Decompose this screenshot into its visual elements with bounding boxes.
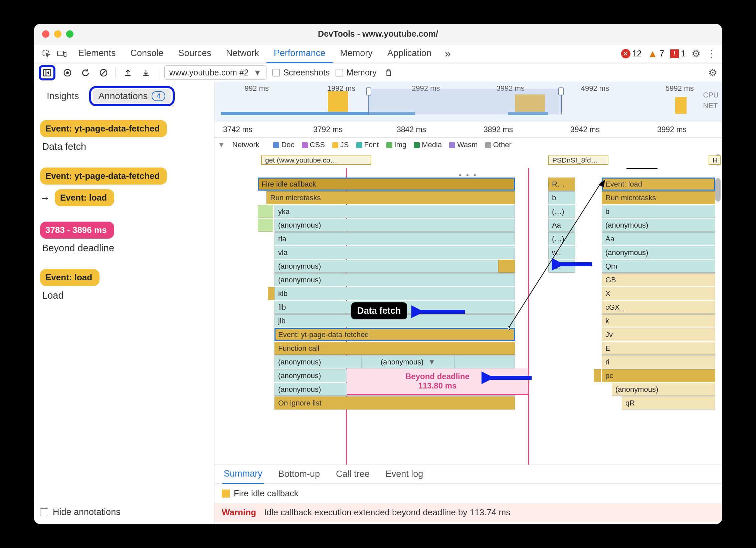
reload-button[interactable] xyxy=(79,67,91,79)
annotation-link[interactable]: →Event: load xyxy=(40,189,208,206)
flame-row: Fire idle callbackR…Event: load xyxy=(214,178,722,191)
flame-bar[interactable]: cGX_ xyxy=(602,301,715,314)
flame-bar[interactable]: GB xyxy=(602,273,715,286)
annotation-chip: Event: yt-page-data-fetched xyxy=(40,168,167,185)
screenshots-checkbox[interactable]: Screenshots xyxy=(272,68,330,77)
flame-bar[interactable]: On ignore list xyxy=(274,396,515,409)
settings-icon[interactable]: ⚙ xyxy=(692,48,701,59)
flame-bar[interactable]: vla xyxy=(274,246,515,259)
gc-icon[interactable] xyxy=(383,67,395,79)
annotation-item[interactable]: Event: loadLoad xyxy=(40,269,208,301)
flame-bar[interactable]: Run microtasks xyxy=(266,191,515,204)
overview-handle-left[interactable] xyxy=(366,87,371,95)
flame-bar[interactable]: yka xyxy=(274,205,515,218)
flame-bar[interactable]: k xyxy=(602,314,715,327)
devtools-window: DevTools - www.youtube.com/ ElementsCons… xyxy=(34,24,722,524)
flame-bar[interactable]: (anonymous) xyxy=(274,273,515,286)
close-window-button[interactable] xyxy=(42,30,49,38)
flame-bar[interactable]: Jv xyxy=(602,328,715,341)
annotation-label: Load xyxy=(42,290,208,301)
overview-selection[interactable] xyxy=(368,89,562,114)
flame-bar[interactable]: qR xyxy=(622,396,715,409)
issue-count[interactable]: !1 xyxy=(670,49,686,58)
collapse-sidebar-button[interactable] xyxy=(39,65,55,80)
timeline-overview[interactable]: 992 ms1992 ms2992 ms3992 ms4992 ms5992 m… xyxy=(214,82,722,122)
flame-bar[interactable]: ri xyxy=(602,355,715,368)
inspect-icon[interactable] xyxy=(40,47,53,60)
flame-bar[interactable]: (anonymous) xyxy=(274,260,515,273)
network-bars[interactable]: get (www.youtube.co…PSDnSI_8fd…H xyxy=(214,152,722,168)
flame-row: Run microtasksbRun microtasks xyxy=(214,191,722,205)
svg-line-8 xyxy=(102,71,106,75)
flame-bar[interactable]: (anonymous) xyxy=(612,383,715,396)
flame-bar[interactable]: b xyxy=(602,205,715,218)
flame-bar[interactable]: (anonymous) xyxy=(274,219,515,232)
main-tab-sources[interactable]: Sources xyxy=(171,44,219,63)
flame-bar[interactable]: Event: load xyxy=(602,178,715,191)
warning-count[interactable]: ▲7 xyxy=(647,48,664,59)
annotation-chip: Event: load xyxy=(40,269,100,286)
time-ruler[interactable]: 3742 ms3792 ms3842 ms3892 ms3942 ms3992 … xyxy=(214,122,722,138)
details-tab-summary[interactable]: Summary xyxy=(222,465,264,484)
main-tab-console[interactable]: Console xyxy=(123,44,171,63)
record-button[interactable] xyxy=(61,67,73,79)
svg-line-12 xyxy=(508,182,602,328)
window-title: DevTools - www.youtube.com/ xyxy=(42,29,714,39)
flame-bar[interactable]: (anonymous) xyxy=(602,219,715,232)
network-request-bar[interactable]: PSDnSI_8fd… xyxy=(548,156,608,165)
details-tab-bottom-up[interactable]: Bottom-up xyxy=(277,465,322,483)
flame-chart[interactable]: • • • Fire idle callbackR…Event: loadRun… xyxy=(214,168,722,465)
more-tabs-icon[interactable]: » xyxy=(441,47,454,60)
flame-bar[interactable]: Run microtasks xyxy=(602,191,715,204)
overview-handle-right[interactable] xyxy=(558,87,564,95)
kebab-menu-icon[interactable]: ⋮ xyxy=(707,48,716,59)
annotation-item[interactable]: 3783 - 3896 msBeyond deadline xyxy=(40,222,208,254)
main-tab-elements[interactable]: Elements xyxy=(71,44,123,63)
annotation-label: Data fetch xyxy=(42,141,208,152)
profile-selector[interactable]: www.youtube.com #2▼ xyxy=(164,65,266,80)
flame-row: (anonymous)(anonymous) ▼ri xyxy=(214,355,722,369)
network-request-bar[interactable]: H xyxy=(709,156,721,165)
device-toggle-icon[interactable] xyxy=(55,47,68,60)
flame-bar[interactable]: X xyxy=(602,287,715,300)
flame-bar[interactable]: rla xyxy=(274,232,515,245)
clear-button[interactable] xyxy=(98,67,110,79)
upload-icon[interactable] xyxy=(122,67,134,79)
flame-bar[interactable]: Function call xyxy=(274,342,515,355)
details-tab-call-tree[interactable]: Call tree xyxy=(335,465,371,483)
flame-bar[interactable]: klb xyxy=(274,287,515,300)
details-tab-event-log[interactable]: Event log xyxy=(384,465,425,483)
maximize-window-button[interactable] xyxy=(66,30,73,38)
flame-bar[interactable]: Aa xyxy=(602,232,715,245)
flame-row: klbX xyxy=(214,287,722,301)
data-fetch-callout: Data fetch xyxy=(351,302,407,319)
flame-bar[interactable]: pc xyxy=(602,369,715,382)
annotations-tab[interactable]: Annotations 4 xyxy=(93,89,171,103)
main-tab-network[interactable]: Network xyxy=(219,44,266,63)
annotations-tab-highlight: Annotations 4 xyxy=(89,86,175,106)
flame-bar[interactable]: (anonymous) xyxy=(602,246,715,259)
arrow-blue-2 xyxy=(482,371,535,384)
flame-bar[interactable]: Qm xyxy=(602,260,715,273)
performance-toolbar: www.youtube.com #2▼ Screenshots Memory ⚙ xyxy=(34,63,722,82)
hide-annotations-label: Hide annotations xyxy=(53,507,121,517)
network-request-bar[interactable]: get (www.youtube.co… xyxy=(261,156,371,165)
svg-point-13 xyxy=(508,327,510,330)
main-tab-performance[interactable]: Performance xyxy=(266,44,333,63)
annotation-item[interactable]: Event: yt-page-data-fetched→Event: load xyxy=(40,168,208,206)
download-icon[interactable] xyxy=(140,67,152,79)
main-tab-memory[interactable]: Memory xyxy=(333,44,380,63)
insights-tab[interactable]: Insights xyxy=(40,88,86,104)
flame-bar[interactable]: E xyxy=(602,342,715,355)
flame-bar[interactable]: Fire idle callback xyxy=(258,178,515,191)
flame-bar[interactable]: Event: yt-page-data-fetched xyxy=(274,328,515,341)
hide-annotations-checkbox[interactable] xyxy=(40,508,48,516)
annotation-item[interactable]: Event: yt-page-data-fetchedData fetch xyxy=(40,120,208,152)
minimize-window-button[interactable] xyxy=(54,30,61,38)
memory-checkbox[interactable]: Memory xyxy=(336,68,376,77)
error-count[interactable]: ✕12 xyxy=(621,49,642,58)
main-tab-application[interactable]: Application xyxy=(380,44,439,63)
flame-row: rla(…)Aa xyxy=(214,232,722,246)
network-track-header[interactable]: ▼ Network DocCSSJSFontImgMediaWasmOther xyxy=(214,138,722,152)
panel-settings-icon[interactable]: ⚙ xyxy=(708,67,717,78)
